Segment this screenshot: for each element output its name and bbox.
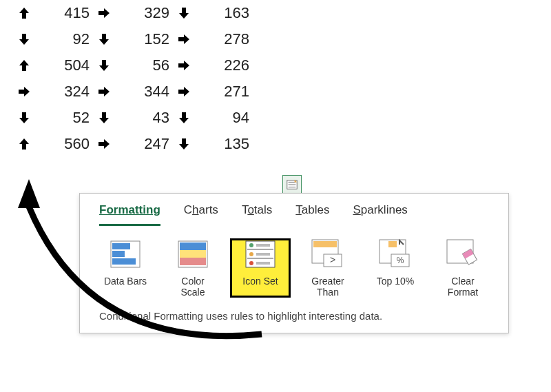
table-row: 415329163 [14, 0, 253, 26]
tab-formatting[interactable]: Formatting [99, 203, 160, 226]
arrow-down-icon [94, 59, 114, 72]
opt-clear-format[interactable]: Clear Format [433, 238, 493, 298]
svg-point-14 [249, 261, 253, 265]
opt-color-scale[interactable]: Color Scale [163, 238, 223, 298]
arrow-right-icon [174, 85, 194, 99]
opt-data-bars[interactable]: Data Bars [95, 238, 156, 298]
cell-value[interactable]: 43 [114, 109, 174, 127]
arrow-down-icon [94, 32, 114, 46]
cell-value[interactable]: 560 [34, 135, 94, 153]
cell-value[interactable]: 504 [34, 56, 94, 74]
cell-value[interactable]: 52 [34, 109, 94, 127]
arrow-down-icon [174, 111, 194, 125]
svg-rect-16 [256, 253, 270, 256]
iconset-data-grid: 4153291639215227850456226324344271524394… [14, 0, 253, 157]
arrow-up-icon [14, 137, 34, 151]
clear-format-icon [445, 238, 481, 270]
svg-rect-8 [180, 258, 206, 265]
opt-label: Data Bars [95, 276, 156, 287]
color-scale-icon [175, 238, 211, 270]
opt-label: Greater [298, 276, 358, 287]
table-row: 524394 [14, 105, 253, 131]
opt-label: Color [163, 276, 223, 287]
opt-icon-set[interactable]: Icon Set [230, 238, 291, 298]
arrow-down-icon [14, 32, 34, 46]
tab-tables[interactable]: Tables [295, 203, 329, 226]
cell-value[interactable]: 247 [114, 135, 174, 153]
data-bars-icon [107, 238, 143, 270]
qa-tabs: Formatting Charts Totals Tables Sparklin… [80, 194, 508, 226]
cell-value[interactable]: 226 [194, 56, 253, 74]
opt-top-10[interactable]: % Top 10% [365, 238, 426, 298]
opt-label: Than [298, 287, 358, 298]
arrow-down-icon [94, 111, 114, 125]
quick-analysis-popup: Formatting Charts Totals Tables Sparklin… [79, 193, 509, 333]
greater-than-icon: > [310, 238, 346, 270]
svg-text:%: % [397, 256, 404, 265]
opt-label: Top 10% [365, 276, 426, 287]
svg-rect-7 [180, 250, 206, 258]
formatting-options: Data Bars Color Scale Icon Set > Greater… [80, 226, 508, 300]
cell-value[interactable]: 94 [194, 109, 253, 127]
svg-point-12 [249, 243, 253, 247]
arrow-right-icon [94, 85, 114, 99]
cell-value[interactable]: 56 [114, 56, 174, 74]
svg-rect-15 [256, 244, 270, 247]
arrow-up-icon [14, 59, 34, 72]
arrow-right-icon [94, 137, 114, 151]
cell-value[interactable]: 152 [114, 30, 174, 48]
table-row: 324344271 [14, 79, 253, 105]
svg-rect-4 [112, 258, 136, 265]
svg-text:>: > [330, 254, 335, 265]
arrow-right-icon [14, 85, 34, 99]
cell-value[interactable]: 271 [194, 83, 253, 101]
cell-value[interactable]: 278 [194, 30, 253, 48]
tab-charts[interactable]: Charts [184, 203, 218, 226]
table-row: 92152278 [14, 26, 253, 52]
cell-value[interactable]: 135 [194, 135, 253, 153]
opt-greater-than[interactable]: > Greater Than [298, 238, 358, 298]
arrow-up-icon [14, 6, 34, 20]
tab-totals[interactable]: Totals [242, 203, 272, 226]
opt-label: Icon Set [230, 276, 291, 287]
tab-sparklines[interactable]: Sparklines [353, 203, 407, 226]
cell-value[interactable]: 324 [34, 83, 94, 101]
arrow-down-icon [174, 137, 194, 151]
icon-set-icon [242, 238, 278, 270]
arrow-right-icon [174, 32, 194, 46]
table-row: 560247135 [14, 131, 253, 157]
opt-label: Clear [433, 276, 493, 287]
svg-rect-6 [180, 243, 206, 250]
opt-label: Format [433, 287, 493, 298]
svg-rect-2 [112, 243, 130, 249]
svg-rect-19 [313, 241, 337, 247]
quick-analysis-button[interactable] [282, 175, 302, 194]
svg-rect-17 [256, 262, 270, 265]
cell-value[interactable]: 163 [194, 4, 253, 22]
cell-value[interactable]: 92 [34, 30, 94, 48]
cell-value[interactable]: 344 [114, 83, 174, 101]
arrow-down-icon [14, 111, 34, 125]
cell-value[interactable]: 415 [34, 4, 94, 22]
svg-rect-3 [112, 251, 125, 257]
arrow-right-icon [174, 59, 194, 72]
arrow-right-icon [94, 6, 114, 20]
cell-value[interactable]: 329 [114, 4, 174, 22]
qa-description: Conditional Formatting uses rules to hig… [80, 300, 508, 333]
svg-point-13 [249, 252, 253, 256]
arrow-down-icon [174, 6, 194, 20]
table-row: 50456226 [14, 52, 253, 79]
svg-rect-23 [388, 241, 397, 247]
opt-label: Scale [163, 287, 223, 298]
top-10-icon: % [377, 238, 413, 270]
